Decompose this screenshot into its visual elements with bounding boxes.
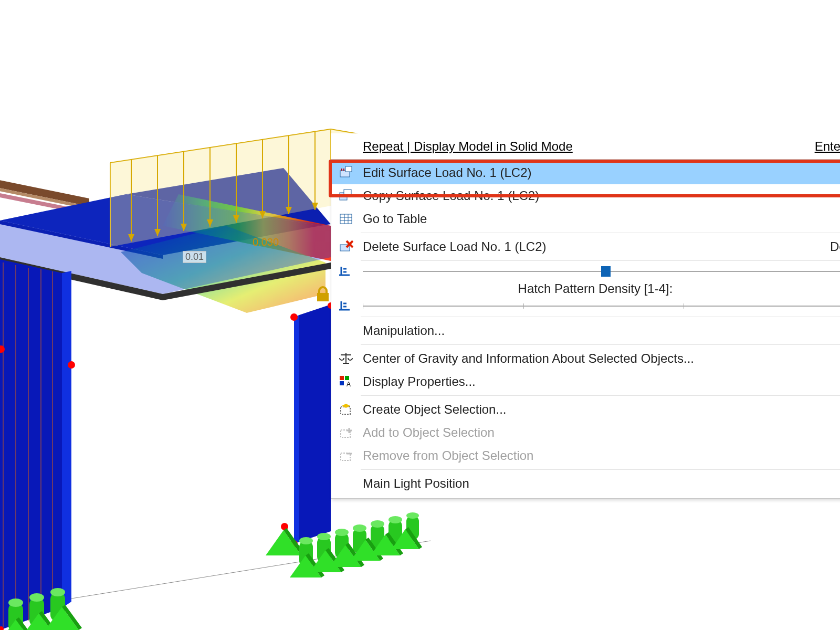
- menu-item-delete-label: Delete Surface Load No. 1 (LC2): [358, 239, 830, 254]
- menu-separator: [361, 344, 840, 345]
- svg-point-18: [290, 313, 298, 321]
- menu-item-main-light-position[interactable]: Main Light Position: [331, 472, 840, 495]
- hatch-density-label: Hatch Pattern Density [1-4]:: [331, 280, 840, 298]
- copy-load-icon: [334, 188, 358, 203]
- slider-icon: [334, 266, 358, 277]
- svg-point-31: [335, 529, 349, 536]
- menu-separator: [361, 395, 840, 396]
- menu-item-copy-surface-load[interactable]: Copy Surface Load No. 1 (LC2): [331, 184, 840, 207]
- menu-item-dispprop-label: Display Properties...: [358, 374, 840, 389]
- menu-item-cog-label: Center of Gravity and Information About …: [358, 351, 840, 366]
- menu-item-delete-shortcut: Del: [830, 239, 840, 254]
- wall-right: [299, 304, 331, 542]
- menu-separator: [361, 469, 840, 470]
- goto-table-icon: [334, 212, 358, 226]
- slider-icon: [334, 300, 358, 312]
- dimension-label-right: 0.030: [253, 236, 279, 248]
- menu-item-repeat-label: Repeat | Display Model in Solid Mode: [363, 139, 573, 153]
- svg-point-55: [29, 593, 44, 602]
- delete-load-icon: [334, 239, 358, 254]
- menu-separator: [361, 260, 840, 261]
- svg-point-17: [68, 361, 75, 369]
- menu-item-add-sel-label: Add to Object Selection: [358, 425, 840, 440]
- dimension-label-left: 0.01: [183, 251, 206, 263]
- menu-item-add-object-selection: Add to Object Selection: [331, 421, 840, 444]
- menu-item-repeat-shortcut: Enter: [815, 139, 840, 154]
- menu-item-go-to-table[interactable]: Go to Table: [331, 207, 840, 230]
- svg-point-53: [8, 598, 23, 607]
- menu-item-create-sel-label: Create Object Selection...: [358, 402, 840, 417]
- svg-rect-84: [345, 166, 352, 172]
- add-selection-icon: [334, 426, 358, 439]
- context-menu[interactable]: Edit Surface Load No. 1 (LC2) Copy Surfa…: [331, 161, 840, 499]
- beam-left: [0, 175, 89, 206]
- load-magnitude-slider[interactable]: [363, 271, 840, 272]
- menu-separator: [361, 317, 840, 317]
- menu-item-remove-sel-label: Remove from Object Selection: [358, 448, 840, 463]
- menu-item-manipulation-label: Manipulation...: [358, 323, 840, 338]
- svg-point-27: [299, 537, 313, 544]
- svg-rect-109: [345, 376, 349, 380]
- scale-icon: [334, 352, 358, 365]
- menu-item-goto-label: Go to Table: [358, 212, 840, 226]
- create-selection-icon: [334, 403, 358, 416]
- display-properties-icon: A: [334, 375, 358, 388]
- menu-item-edit-surface-load[interactable]: Edit Surface Load No. 1 (LC2): [331, 161, 840, 184]
- svg-point-37: [388, 516, 402, 523]
- menu-item-repeat[interactable]: Repeat | Display Model in Solid Mode Ent…: [331, 133, 840, 160]
- svg-rect-110: [340, 381, 344, 385]
- hatch-density-slider[interactable]: [363, 306, 840, 307]
- svg-point-39: [406, 512, 419, 519]
- menu-item-main-light-label: Main Light Position: [358, 476, 840, 491]
- svg-point-33: [353, 524, 366, 532]
- svg-rect-112: [341, 407, 350, 414]
- svg-rect-88: [344, 190, 351, 197]
- menu-item-remove-object-selection: Remove from Object Selection: [331, 444, 840, 467]
- supports-right: [266, 512, 422, 578]
- svg-point-29: [317, 533, 331, 540]
- svg-point-35: [371, 520, 384, 528]
- load-magnitude-slider-row: [331, 263, 840, 280]
- remove-selection-icon: [334, 449, 358, 463]
- menu-item-center-of-gravity[interactable]: Center of Gravity and Information About …: [331, 347, 840, 370]
- svg-rect-108: [340, 376, 344, 380]
- edit-load-icon: [334, 165, 358, 180]
- svg-marker-15: [294, 315, 299, 544]
- svg-point-57: [50, 588, 65, 596]
- svg-marker-9: [62, 271, 71, 608]
- svg-rect-82: [317, 293, 329, 301]
- menu-item-copy-label: Copy Surface Load No. 1 (LC2): [358, 188, 840, 203]
- menu-item-manipulation[interactable]: Manipulation...: [331, 319, 840, 342]
- menu-separator: [361, 233, 840, 233]
- menu-item-display-properties[interactable]: A Display Properties...: [331, 370, 840, 393]
- svg-text:A: A: [346, 381, 351, 388]
- svg-rect-89: [340, 214, 352, 224]
- menu-item-edit-label: Edit Surface Load No. 1 (LC2): [358, 165, 840, 180]
- menu-item-delete-surface-load[interactable]: Delete Surface Load No. 1 (LC2) Del: [331, 235, 840, 258]
- hatch-density-slider-row: [331, 298, 840, 314]
- menu-item-create-object-selection[interactable]: Create Object Selection...: [331, 398, 840, 421]
